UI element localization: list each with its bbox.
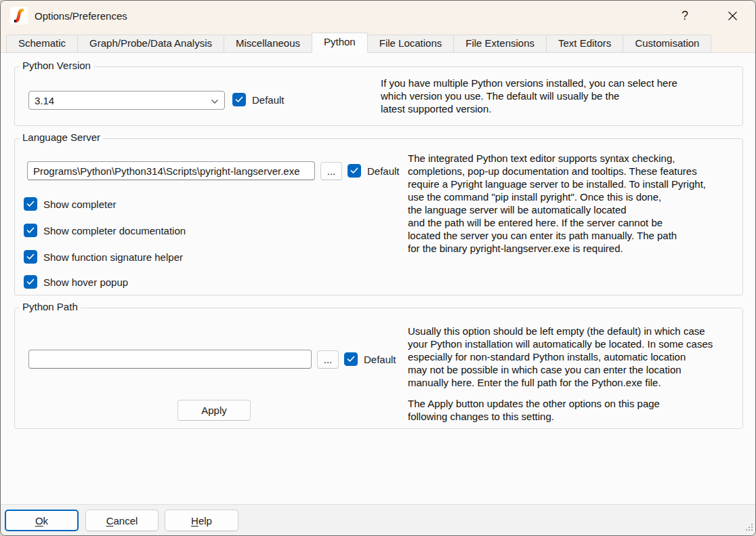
- check-icon: [232, 93, 246, 106]
- app-logo-icon: [10, 7, 28, 24]
- dialog-button-bar: Ok Cancel Help: [1, 504, 755, 535]
- python-version-description: If you have multiple Python versions ins…: [381, 77, 719, 115]
- tab-bar: Schematic Graph/Probe/Data Analysis Misc…: [1, 30, 755, 53]
- python-path-browse-button[interactable]: ...: [317, 350, 339, 369]
- tab-schematic[interactable]: Schematic: [6, 35, 78, 52]
- default-checkbox-label: Default: [252, 94, 285, 106]
- check-icon: [348, 164, 361, 178]
- show-hover-popup-checkbox[interactable]: Show hover popup: [24, 275, 128, 289]
- help-button[interactable]: Help: [165, 510, 238, 531]
- python-version-select[interactable]: 3.14: [28, 91, 225, 110]
- show-completer-checkbox[interactable]: Show completer: [24, 197, 117, 211]
- show-completer-documentation-label: Show completer documentation: [43, 225, 186, 236]
- language-server-description: The integrated Python text editor suppor…: [408, 152, 740, 255]
- python-version-default-checkbox[interactable]: Default: [232, 93, 285, 106]
- cancel-button[interactable]: Cancel: [85, 510, 159, 531]
- tab-customisation[interactable]: Customisation: [623, 35, 711, 52]
- tab-python[interactable]: Python: [312, 33, 368, 53]
- close-icon[interactable]: [719, 4, 746, 27]
- python-path-group-label: Python Path: [20, 301, 81, 312]
- tab-graph-probe-data-analysis[interactable]: Graph/Probe/Data Analysis: [77, 35, 224, 52]
- check-icon: [24, 250, 37, 264]
- chevron-down-icon: [211, 95, 219, 106]
- python-version-group-label: Python Version: [20, 60, 93, 71]
- default-checkbox-label: Default: [367, 165, 400, 177]
- python-path-group: Python Path ... Default Apply Usually th…: [14, 308, 743, 429]
- language-server-group: Language Server ... Default Show complet…: [14, 138, 743, 295]
- show-hover-popup-label: Show hover popup: [43, 276, 128, 288]
- help-titlebar-button[interactable]: ?: [671, 4, 698, 27]
- show-completer-documentation-checkbox[interactable]: Show completer documentation: [24, 224, 186, 237]
- default-checkbox-label: Default: [364, 354, 396, 365]
- language-server-browse-button[interactable]: ...: [320, 162, 342, 180]
- check-icon: [344, 352, 358, 366]
- check-icon: [24, 197, 37, 211]
- python-path-default-checkbox[interactable]: Default: [344, 352, 396, 366]
- show-completer-label: Show completer: [43, 199, 117, 210]
- language-server-path-input[interactable]: [27, 161, 315, 180]
- language-server-default-checkbox[interactable]: Default: [348, 164, 400, 178]
- options-preferences-dialog: Options/Preferences ? Schematic Graph/Pr…: [0, 0, 756, 536]
- tab-miscellaneous[interactable]: Miscellaneous: [224, 35, 312, 52]
- show-function-signature-helper-checkbox[interactable]: Show function signature helper: [24, 250, 183, 264]
- window-title: Options/Preferences: [35, 10, 127, 22]
- tab-file-locations[interactable]: File Locations: [367, 35, 455, 52]
- title-bar[interactable]: Options/Preferences ?: [1, 1, 755, 30]
- ok-button[interactable]: Ok: [5, 510, 79, 531]
- check-icon: [24, 275, 37, 289]
- apply-button[interactable]: Apply: [177, 400, 251, 421]
- language-server-group-label: Language Server: [20, 131, 103, 143]
- tab-file-extensions[interactable]: File Extensions: [453, 35, 547, 52]
- python-tab-page: Python Version 3.14 Default If you have …: [1, 53, 755, 504]
- python-version-value: 3.14: [35, 95, 211, 106]
- python-path-description-2: The Apply button updates the other optio…: [408, 397, 747, 423]
- python-path-description-1: Usually this option should be left empty…: [408, 325, 747, 389]
- check-icon: [24, 224, 37, 237]
- python-version-group: Python Version 3.14 Default If you have …: [14, 66, 743, 126]
- python-path-input[interactable]: [28, 350, 312, 369]
- show-function-signature-helper-label: Show function signature helper: [43, 251, 183, 263]
- resize-grip[interactable]: [744, 522, 753, 533]
- tab-text-editors[interactable]: Text Editors: [546, 35, 623, 52]
